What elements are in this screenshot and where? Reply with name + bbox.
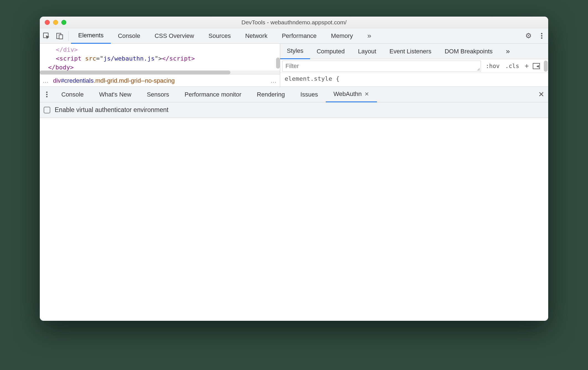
styles-tabs-overflow-icon[interactable]: » — [499, 44, 516, 59]
main-menu-icon[interactable] — [537, 32, 546, 40]
enable-virtual-authenticator-label: Enable virtual authenticator environment — [55, 106, 169, 114]
new-style-rule-button[interactable]: + — [522, 62, 532, 70]
breadcrumb-classes: .mdl-grid.mdl-grid--no-spacing — [94, 77, 175, 84]
window-title: DevTools - webauthndemo.appspot.com/ — [40, 19, 548, 26]
drawer-tab-webauthn[interactable]: WebAuthn ✕ — [326, 87, 377, 102]
styles-filter-row: :hov .cls + — [280, 59, 548, 73]
styles-tab-dom-breakpoints[interactable]: DOM Breakpoints — [438, 44, 499, 59]
code-text: src — [85, 55, 96, 62]
drawer-tab-sensors[interactable]: Sensors — [139, 87, 177, 102]
tab-network[interactable]: Network — [238, 28, 275, 44]
resize-corner-icon — [477, 68, 480, 71]
drawer-tab-performance-monitor[interactable]: Performance monitor — [177, 87, 249, 102]
code-text: </div> — [56, 46, 78, 53]
breadcrumb-id: #credentials — [61, 77, 94, 84]
tabs-overflow-icon[interactable]: » — [360, 28, 378, 44]
tab-performance[interactable]: Performance — [275, 28, 324, 44]
webauthn-content — [40, 118, 548, 321]
cls-button[interactable]: .cls — [502, 63, 522, 69]
close-drawer-icon[interactable]: ✕ — [534, 90, 548, 99]
breadcrumb-tag: div — [53, 77, 61, 84]
styles-vertical-scrollbar[interactable] — [544, 61, 548, 72]
code-text: </body> — [48, 64, 74, 71]
hov-button[interactable]: :hov — [483, 63, 503, 69]
element-style-rule[interactable]: element.style { — [280, 73, 548, 84]
main-toolbar: Elements Console CSS Overview Sources Ne… — [40, 28, 548, 44]
styles-tab-event-listeners[interactable]: Event Listeners — [383, 44, 438, 59]
styles-tab-styles[interactable]: Styles — [280, 44, 310, 59]
drawer-tab-issues[interactable]: Issues — [293, 87, 326, 102]
titlebar: DevTools - webauthndemo.appspot.com/ — [40, 17, 548, 28]
enable-virtual-authenticator-checkbox[interactable] — [44, 107, 50, 113]
devtools-window: DevTools - webauthndemo.appspot.com/ Ele… — [40, 17, 548, 321]
webauthn-toolbar: Enable virtual authenticator environment — [40, 102, 548, 118]
breadcrumb-overflow-left[interactable]: … — [43, 77, 49, 84]
drawer-tab-rendering[interactable]: Rendering — [249, 87, 293, 102]
breadcrumb[interactable]: … div#credentials.mdl-grid.mdl-grid--no-… — [40, 74, 280, 87]
tab-elements[interactable]: Elements — [71, 28, 111, 44]
close-tab-icon[interactable]: ✕ — [364, 91, 369, 97]
tab-sources[interactable]: Sources — [201, 28, 238, 44]
styles-pane: Styles Computed Layout Event Listeners D… — [280, 44, 548, 87]
styles-tab-layout[interactable]: Layout — [351, 44, 383, 59]
dom-tree[interactable]: </div> <script src="js/webauthn.js"></sc… — [40, 44, 280, 71]
tab-css-overview[interactable]: CSS Overview — [147, 28, 201, 44]
drawer-tab-console[interactable]: Console — [54, 87, 91, 102]
drawer-tab-webauthn-label: WebAuthn — [334, 90, 362, 98]
dom-tree-pane: </div> <script src="js/webauthn.js"></sc… — [40, 44, 280, 87]
code-text: </script> — [162, 55, 195, 62]
styles-tab-computed[interactable]: Computed — [310, 44, 351, 59]
tab-console[interactable]: Console — [111, 28, 148, 44]
horizontal-scrollbar-track[interactable] — [40, 71, 280, 74]
settings-icon[interactable]: ⚙ — [524, 32, 532, 40]
device-toolbar-icon[interactable] — [56, 32, 64, 40]
code-text: <script — [56, 55, 85, 62]
drawer-tab-whats-new[interactable]: What's New — [91, 87, 139, 102]
drawer-tabbar: Console What's New Sensors Performance m… — [40, 87, 548, 102]
computed-styles-sidebar-icon[interactable] — [533, 63, 540, 69]
breadcrumb-overflow-right[interactable]: … — [271, 77, 277, 84]
drawer-menu-icon[interactable] — [40, 91, 54, 98]
elements-panel: </div> <script src="js/webauthn.js"></sc… — [40, 44, 548, 87]
horizontal-scrollbar-thumb[interactable] — [40, 71, 230, 74]
tab-memory[interactable]: Memory — [324, 28, 360, 44]
svg-rect-2 — [59, 35, 63, 39]
styles-filter-input[interactable] — [282, 61, 481, 72]
code-text: js/webauthn.js — [103, 55, 154, 62]
styles-tabbar: Styles Computed Layout Event Listeners D… — [280, 44, 548, 59]
vertical-scrollbar[interactable] — [276, 58, 280, 69]
inspect-icon[interactable] — [42, 32, 51, 40]
code-text: "> — [155, 55, 162, 62]
code-text: =" — [96, 55, 104, 62]
toolbar-separator — [69, 31, 69, 41]
